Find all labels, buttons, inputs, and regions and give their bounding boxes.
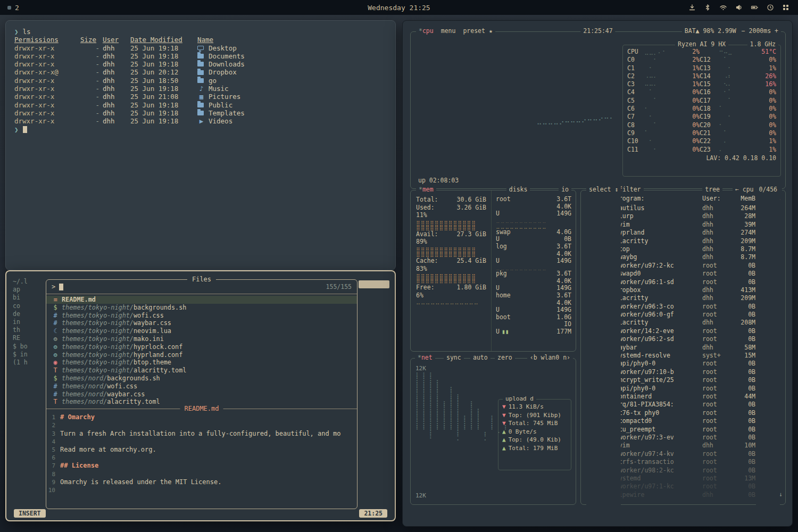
disk-entry: root3.6T	[496, 196, 571, 203]
process-name: containerd	[615, 393, 698, 401]
picker-item[interactable]: #themes/tokyo-night/wofi.css	[46, 312, 357, 320]
ls-name[interactable]: Templates	[197, 109, 387, 117]
picker-item[interactable]: ⚙themes/tokyo-night/hyprland.conf	[46, 351, 357, 359]
net-sync-toggle[interactable]: sync	[444, 354, 464, 361]
picker-item[interactable]: ≡README.md	[46, 296, 357, 304]
battery-icon[interactable]	[751, 4, 759, 11]
picker-item[interactable]: #themes/nord/waybar.css	[46, 390, 357, 398]
ls-filename: Public	[209, 101, 232, 109]
menu-button[interactable]: menu	[441, 27, 456, 35]
picker-item[interactable]: #themes/nord/wofi.css	[46, 383, 357, 390]
update-interval-control[interactable]: − 2000ms +	[742, 27, 778, 35]
picker-item[interactable]: ⚙themes/tokyo-night/mako.ini	[46, 335, 357, 343]
core-percent: 0%	[680, 129, 700, 137]
core-graph: ⣀⣀⡀⠄⠂	[644, 48, 680, 56]
ls-size: -	[80, 52, 99, 60]
process-name: swaybg	[615, 253, 698, 261]
workspace-indicator[interactable]: 2	[0, 4, 19, 12]
file-tree-item[interactable]: ~/.l	[13, 278, 46, 286]
proc-column-header[interactable]: User:	[702, 195, 726, 202]
process-name: waybar	[615, 344, 698, 352]
terminal-next-prompt[interactable]: ❯	[14, 126, 387, 134]
picker-item[interactable]: Tthemes/tokyo-night/alacritty.toml	[46, 367, 357, 375]
file-tree-item[interactable]: th	[13, 326, 46, 334]
picker-item[interactable]: ☾themes/tokyo-night/neovim.lua	[46, 327, 357, 335]
core-graph: ⠁⠀⠀	[644, 129, 680, 137]
net-traffic-graph: ⡇⡇⡇ ⡇⡇⡇⡇ ⡇⡇⡇⡇⠀⡇ ⡇⡇⡇⡇⠀⡇⡇ ⡇⡇⡇⡇⡇⡇⡇⠀⡇ ⡇⡇⡇⡇⡇⡇…	[415, 372, 511, 444]
ls-date: 25 Jun 19:18	[130, 101, 194, 109]
network-box: *net sync auto zero ‹b wlan0 n› 12K ⡇⡇⡇ …	[410, 358, 576, 505]
terminal-window[interactable]: ❯ls PermissionsSizeUserDate ModifiedName…	[5, 20, 396, 270]
process-memory: 0B	[730, 467, 755, 475]
file-picker[interactable]: Files > 155/155 ≡README.md$themes/tokyo-…	[46, 279, 358, 509]
process-name: alacritty	[615, 294, 698, 302]
net-box-title[interactable]: *net	[415, 354, 435, 361]
core-name: C17	[700, 97, 719, 105]
picker-item[interactable]: ⚙themes/tokyo-night/hyprlock.conf	[46, 343, 357, 351]
mem-stat: Avail:27.3 GiB	[416, 230, 486, 238]
btop-window[interactable]: *cpu menu preset ★ 21:25:47 BAT▲ 98% 2.9…	[402, 20, 793, 527]
net-zero-toggle[interactable]: zero	[495, 354, 515, 361]
core-graph: ⠀⠀⠁	[644, 121, 680, 129]
ls-name[interactable]: Dropbox	[197, 68, 387, 76]
bluetooth-icon[interactable]	[704, 4, 711, 11]
file-tree-item[interactable]: RE	[13, 334, 46, 342]
ls-name[interactable]: Public	[197, 101, 387, 109]
scrollbar-thumb[interactable]	[359, 280, 389, 288]
preset-button[interactable]: preset ★	[463, 27, 492, 35]
ls-name[interactable]: Desktop	[197, 44, 387, 52]
ls-name[interactable]: ▶Videos	[197, 117, 387, 125]
net-speed-lines: ▼11.3 KiB/s▼Top: (901 Kibp)▼Total: 745 M…	[502, 403, 567, 452]
core-graph: ⠀⠀⠂	[719, 64, 755, 72]
net-auto-toggle[interactable]: auto	[470, 354, 491, 361]
picker-item[interactable]: $themes/tokyo-night/backgrounds.sh	[46, 304, 357, 312]
wifi-icon[interactable]	[719, 4, 727, 11]
ls-name[interactable]: ♪Music	[197, 85, 387, 93]
cpu-box-title[interactable]: *cpu	[419, 27, 434, 35]
net-interface[interactable]: ‹b wlan0 n›	[527, 354, 573, 361]
folder-icon	[197, 62, 204, 66]
core-graph: ⠀⠀⠁	[644, 97, 680, 105]
proc-select-hint[interactable]: select ↕	[586, 186, 621, 509]
ls-permissions: drwxr-xr-x	[14, 101, 77, 109]
download-tray-icon[interactable]	[688, 4, 696, 11]
cpu-core-row: C9⠁⠀⠀0%C21⠀⠁⠀0%	[627, 129, 776, 137]
core-graph: ⠁⠀⠀	[719, 105, 755, 113]
proc-column-header[interactable]: MemB	[730, 195, 755, 202]
clock-icon[interactable]	[767, 4, 774, 11]
ls-name[interactable]: ▦Pictures	[197, 93, 387, 101]
file-tree-item[interactable]: in	[13, 318, 46, 326]
proc-tree-toggle[interactable]: tree	[702, 186, 722, 193]
picker-item-dir: themes/tokyo-night/	[62, 327, 134, 335]
core-name: C6	[627, 105, 644, 113]
file-tree-item[interactable]: bi	[13, 294, 46, 302]
picker-item[interactable]: ◉themes/tokyo-night/btop.theme	[46, 359, 357, 367]
apps-grid-icon[interactable]	[782, 4, 789, 11]
picker-item[interactable]: $themes/nord/backgrounds.sh	[46, 375, 357, 383]
disk-name: pkg	[496, 270, 507, 278]
file-tree-item[interactable]: $ bo	[13, 343, 46, 351]
disk-used-value: 149G	[556, 257, 571, 265]
volume-icon[interactable]	[735, 4, 743, 11]
file-tree-item[interactable]: $ in	[13, 351, 46, 359]
ls-row: drwxr-xr-x-dhh25 Jun 19:18▶Videos	[14, 117, 387, 125]
ls-row: drwxr-xr-x-dhh25 Jun 18:50go	[14, 77, 387, 85]
process-name: pipewire	[615, 491, 698, 499]
preview-text: Omarchy is released under the MIT Licens…	[60, 478, 221, 486]
ls-name[interactable]: Downloads	[197, 60, 387, 68]
picker-results: ≡README.md$themes/tokyo-night/background…	[46, 294, 357, 406]
file-tree-sidebar[interactable]: ~/.lapbicodeinthRE$ bo$ in(1 h	[13, 278, 46, 367]
ls-name[interactable]: Documents	[197, 52, 387, 60]
file-tree-item[interactable]: (1 h	[13, 359, 46, 367]
proc-column-header[interactable]: Program:	[615, 195, 698, 202]
file-tree-item[interactable]: ap	[13, 286, 46, 294]
disk-size: 3.6T	[556, 243, 571, 251]
file-tree-item[interactable]: de	[13, 310, 46, 318]
ls-user: dhh	[103, 93, 127, 101]
line-number: 1	[46, 413, 60, 421]
process-user: root	[702, 368, 726, 376]
file-tree-item[interactable]: co	[13, 302, 46, 310]
ls-name[interactable]: go	[197, 77, 387, 85]
picker-item[interactable]: #themes/tokyo-night/waybar.css	[46, 319, 357, 327]
neovim-window[interactable]: ~/.lapbicodeinthRE$ bo$ in(1 h Files > 1…	[5, 270, 396, 521]
